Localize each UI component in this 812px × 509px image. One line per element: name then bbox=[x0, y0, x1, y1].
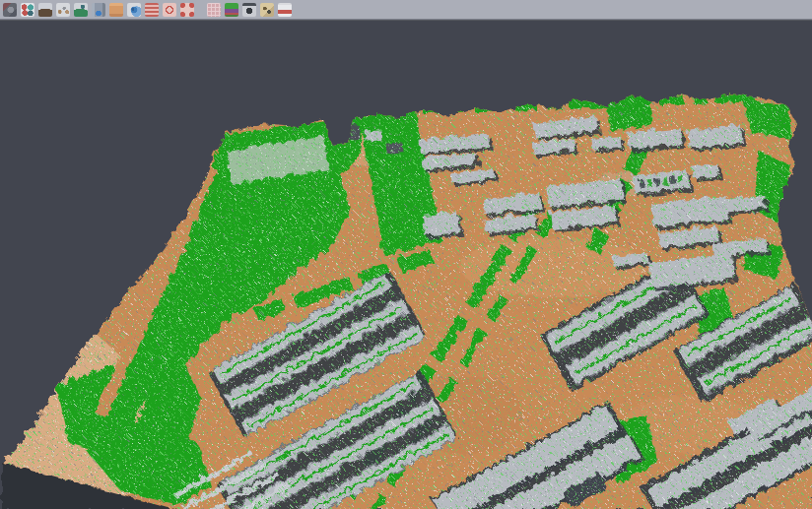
toolbar bbox=[0, 0, 812, 20]
globe-button[interactable] bbox=[125, 1, 143, 19]
material-tile-button[interactable] bbox=[1, 1, 19, 19]
vegetation-surface-icon bbox=[74, 3, 88, 17]
profile-view-icon bbox=[92, 3, 105, 17]
elevation-bands-button[interactable] bbox=[143, 1, 161, 19]
globe-icon bbox=[127, 3, 141, 17]
selection-extent-icon bbox=[180, 3, 194, 17]
bare-earth-icon bbox=[38, 3, 52, 17]
selection-extent-button[interactable] bbox=[178, 1, 196, 19]
camera-icon bbox=[242, 3, 256, 17]
grid-icon bbox=[207, 3, 221, 17]
target-circle-icon bbox=[163, 3, 176, 17]
target-circle-button[interactable] bbox=[161, 1, 178, 19]
sparse-points-button[interactable] bbox=[54, 1, 72, 19]
grid-button[interactable] bbox=[205, 1, 223, 19]
material-tile-icon bbox=[3, 3, 17, 17]
point-cloud-canvas[interactable] bbox=[0, 22, 812, 509]
measure-button[interactable] bbox=[276, 1, 294, 19]
vegetation-surface-button[interactable] bbox=[72, 1, 90, 19]
measure-icon bbox=[278, 3, 292, 17]
classification-colors-button[interactable] bbox=[223, 1, 240, 19]
point-pairs-button[interactable] bbox=[19, 1, 36, 19]
camera-button[interactable] bbox=[240, 1, 258, 19]
classification-colors-icon bbox=[225, 3, 238, 17]
point-pairs-icon bbox=[21, 3, 34, 17]
snapshot-icon bbox=[260, 3, 274, 17]
orthoimage-button[interactable] bbox=[107, 1, 125, 19]
snapshot-button[interactable] bbox=[258, 1, 276, 19]
elevation-bands-icon bbox=[145, 3, 159, 17]
application-window: { "window": { "background_color": "#4245… bbox=[0, 0, 812, 509]
profile-view-button[interactable] bbox=[90, 1, 107, 19]
orthoimage-icon bbox=[109, 3, 123, 17]
viewport-3d[interactable] bbox=[0, 22, 812, 509]
bare-earth-button[interactable] bbox=[36, 1, 54, 19]
sparse-points-icon bbox=[56, 3, 70, 17]
